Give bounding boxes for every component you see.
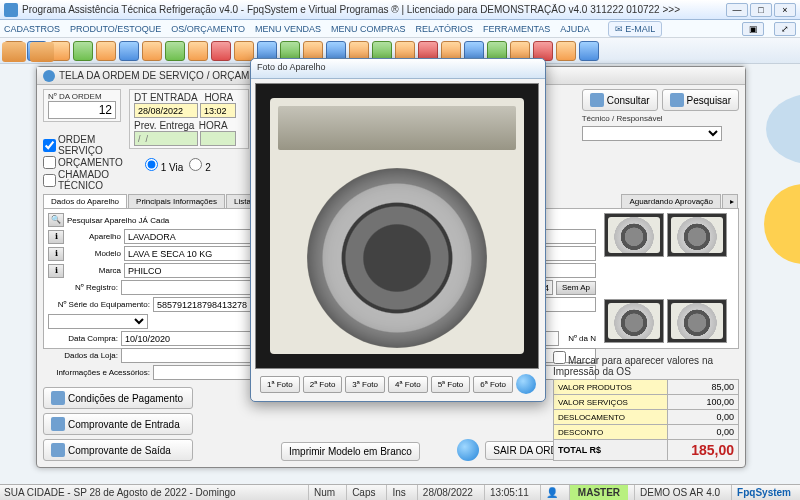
order-window-icon (43, 70, 55, 82)
tool-icon-4[interactable] (73, 41, 93, 61)
dt-entrada-input[interactable] (134, 103, 198, 118)
foto6-button[interactable]: 6ª Foto (473, 376, 513, 393)
bg-shape-2 (764, 184, 800, 264)
deslocamento-label: DESLOCAMENTO (554, 410, 668, 425)
tool-icon-6[interactable] (119, 41, 139, 61)
foto3-button[interactable]: 3ª Foto (345, 376, 385, 393)
extra-select[interactable] (48, 314, 148, 329)
status-brand: FpqSystem (731, 485, 796, 500)
ordem-servico-check[interactable] (43, 139, 56, 152)
photo-image (255, 83, 539, 369)
status-num: Num (308, 485, 340, 500)
status-date: 28/08/2022 (417, 485, 478, 500)
photo-modal: Foto do Aparelho 1ª Foto 2ª Foto 3ª Foto… (250, 58, 546, 402)
valor-produtos-label: VALOR PRODUTOS (554, 380, 668, 395)
aparelho-btn[interactable]: ℹ (48, 230, 64, 244)
ordem-label: Nº DA ORDEM (48, 92, 116, 101)
money-icon (51, 391, 65, 405)
mostrar-valores-check[interactable] (553, 351, 566, 364)
tecnico-select[interactable] (582, 126, 722, 141)
fornecedores-icon[interactable] (30, 42, 54, 62)
bg-shape-1 (766, 94, 800, 164)
pesquisar-aparelho-button[interactable]: 🔍 (48, 213, 64, 227)
status-master: MASTER (569, 485, 628, 500)
clientes-icon[interactable] (2, 42, 26, 62)
tab-dados[interactable]: Dados do Aparelho (43, 194, 127, 208)
photo-modal-title: Foto do Aparelho (251, 59, 545, 79)
comprovante-saida-button[interactable]: Comprovante de Saída (43, 439, 193, 461)
tool-icon-25[interactable] (556, 41, 576, 61)
menubar-aux1-button[interactable]: ▣ (742, 22, 764, 36)
chamado-check[interactable] (43, 174, 56, 187)
menu-compras[interactable]: MENU COMPRAS (331, 24, 406, 34)
imprimir-branco-button[interactable]: Imprimir Modelo em Branco (281, 442, 420, 461)
modelo-btn[interactable]: ℹ (48, 247, 64, 261)
status-city: SUA CIDADE - SP 28 de Agosto de 2022 - D… (4, 487, 236, 498)
status-user-icon: 👤 (540, 485, 563, 500)
menu-ferramentas[interactable]: FERRAMENTAS (483, 24, 550, 34)
total-value: 185,00 (667, 440, 738, 461)
menubar: CADASTROS PRODUTO/ESTOQUE OS/ORÇAMENTO M… (0, 20, 800, 38)
exit-icon[interactable] (457, 439, 479, 461)
prev-entrega-input[interactable] (134, 131, 198, 146)
desconto-label: DESCONTO (554, 425, 668, 440)
sem-aparelho-button[interactable]: Sem Ap (556, 281, 596, 295)
menu-produto[interactable]: PRODUTO/ESTOQUE (70, 24, 161, 34)
marca-btn[interactable]: ℹ (48, 264, 64, 278)
tab-scroll-right[interactable]: ▸ (722, 194, 738, 208)
tool-icon-9[interactable] (188, 41, 208, 61)
thumb-2[interactable] (667, 213, 727, 257)
print-icon (51, 417, 65, 431)
consultar-button[interactable]: Consultar (582, 89, 658, 111)
app-titlebar: Programa Assistência Técnica Refrigeraçã… (0, 0, 800, 20)
photo-next-icon[interactable] (516, 374, 536, 394)
orcamento-check[interactable] (43, 156, 56, 169)
close-button[interactable]: × (774, 3, 796, 17)
statusbar: SUA CIDADE - SP 28 de Agosto de 2022 - D… (0, 484, 800, 500)
foto2-button[interactable]: 2ª Foto (303, 376, 343, 393)
pesquisar-button[interactable]: Pesquisar (662, 89, 739, 111)
tool-icon-26[interactable] (579, 41, 599, 61)
tool-icon-11[interactable] (234, 41, 254, 61)
thumb-1[interactable] (604, 213, 664, 257)
foto5-button[interactable]: 5ª Foto (431, 376, 471, 393)
via1-radio[interactable]: 1 Via (145, 158, 183, 173)
consultar-icon (590, 93, 604, 107)
valor-servicos-value: 100,00 (667, 395, 738, 410)
foto1-button[interactable]: 1ª Foto (260, 376, 300, 393)
menubar-aux2-button[interactable]: ⤢ (774, 22, 796, 36)
maximize-button[interactable]: □ (750, 3, 772, 17)
total-label: TOTAL R$ (554, 440, 668, 461)
menu-relatorios[interactable]: RELATÓRIOS (416, 24, 473, 34)
thumb-3[interactable] (604, 299, 664, 343)
prev-hora-input[interactable] (200, 131, 236, 146)
tool-icon-10[interactable] (211, 41, 231, 61)
condicoes-pagamento-button[interactable]: Condições de Pagamento (43, 387, 193, 409)
thumb-4[interactable] (667, 299, 727, 343)
hora-input[interactable] (200, 103, 236, 118)
menu-os[interactable]: OS/ORÇAMENTO (171, 24, 245, 34)
ordem-input[interactable] (48, 101, 116, 119)
status-ins: Ins (386, 485, 410, 500)
status-demo: DEMO OS AR 4.0 (634, 485, 725, 500)
tab-aguardando[interactable]: Aguardando Aprovação (621, 194, 721, 208)
comprovante-entrada-button[interactable]: Comprovante de Entrada (43, 413, 193, 435)
foto4-button[interactable]: 4ª Foto (388, 376, 428, 393)
tool-icon-7[interactable] (142, 41, 162, 61)
app-title: Programa Assistência Técnica Refrigeraçã… (22, 4, 726, 15)
desconto-value: 0,00 (667, 425, 738, 440)
status-caps: Caps (346, 485, 380, 500)
valor-servicos-label: VALOR SERVIÇOS (554, 395, 668, 410)
minimize-button[interactable]: — (726, 3, 748, 17)
menu-vendas[interactable]: MENU VENDAS (255, 24, 321, 34)
pesquisar-icon (670, 93, 684, 107)
menu-ajuda[interactable]: AJUDA (560, 24, 590, 34)
email-button[interactable]: ✉ E-MAIL (608, 21, 663, 37)
tool-icon-8[interactable] (165, 41, 185, 61)
via2-radio[interactable]: 2 (189, 158, 210, 173)
tool-icon-5[interactable] (96, 41, 116, 61)
valor-produtos-value: 85,00 (667, 380, 738, 395)
menu-cadastros[interactable]: CADASTROS (4, 24, 60, 34)
status-time: 13:05:11 (484, 485, 534, 500)
tab-info[interactable]: Principais Informações (128, 194, 225, 208)
